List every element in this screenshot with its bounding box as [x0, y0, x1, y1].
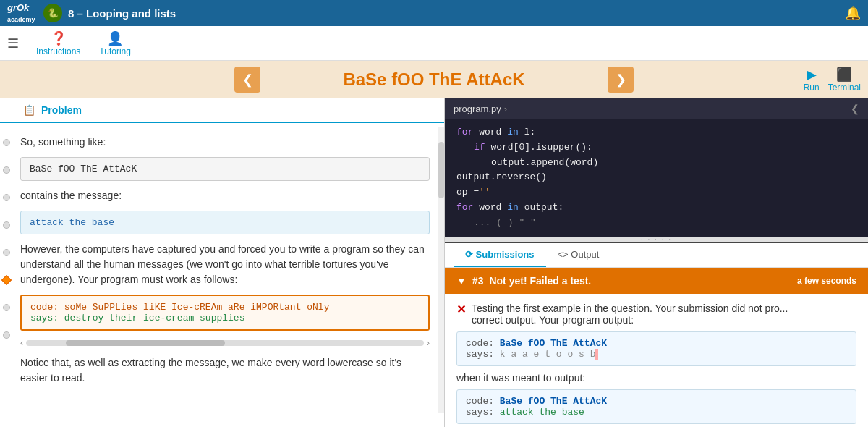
code-example-1: BaSe fOO ThE AttAcK: [20, 157, 430, 181]
side-dot-6: [3, 304, 10, 311]
side-dot-1: [3, 139, 10, 146]
code-block-3-line2: says: destroy their ice-cream supplies: [30, 313, 420, 324]
scroll-left-arrow[interactable]: ‹: [20, 338, 23, 348]
drag-dots: · · · · ·: [641, 235, 672, 243]
code-example-2: attack the base: [20, 211, 430, 234]
contains-text: contains the message:: [20, 188, 430, 203]
fail-icon: ✕: [456, 303, 466, 316]
file-tab-arrow: ›: [504, 103, 507, 114]
problem-tab-label: Problem: [41, 104, 82, 116]
highlight-char: [595, 349, 598, 360]
bell-icon[interactable]: 🔔: [845, 5, 861, 21]
terminal-label: Terminal: [828, 83, 861, 93]
left-panel-tabs: 📋 Problem: [0, 98, 444, 123]
challenge-title: BaSe fOO ThE AttAcK: [260, 69, 608, 90]
actual-says-line: says: k a a e t o o s b: [466, 349, 847, 360]
sub-nav: ☰ ❓ Instructions 👤 Tutoring: [0, 26, 868, 61]
grok-text: grOkacademy: [7, 2, 35, 24]
code-block-3: code: soMe SuPPLies liKE Ice-cREAm aRe i…: [20, 295, 430, 331]
problem-tab-icon: 📋: [23, 104, 35, 116]
hamburger-icon[interactable]: ☰: [7, 35, 19, 51]
challenge-bar: ❮ BaSe fOO ThE AttAcK ❯ ▶ Run ⬛ Terminal: [0, 61, 868, 98]
expected-says-value: attack the base: [500, 407, 584, 418]
left-scrollbar-thumb: [438, 142, 444, 199]
collapse-button[interactable]: ❮: [851, 103, 859, 114]
code-line-7: ... ( ) " ": [456, 216, 856, 231]
drag-handle[interactable]: · · · · ·: [445, 237, 868, 242]
file-tab[interactable]: program.py ›: [454, 103, 507, 114]
tutoring-button[interactable]: 👤 Tutoring: [93, 28, 137, 59]
horizontal-scroll[interactable]: ‹ ›: [20, 338, 430, 348]
grok-logo: grOkacademy: [7, 3, 39, 23]
actual-code-value: BaSe fOO ThE AttAcK: [500, 338, 607, 349]
output-tab[interactable]: <> Output: [546, 243, 611, 267]
problem-tab[interactable]: 📋 Problem: [12, 98, 93, 123]
right-controls: ▶ Run ⬛ Terminal: [804, 67, 861, 93]
lesson-title: 8 – Looping and lists: [68, 7, 176, 20]
code-line-6: for word in output:: [456, 200, 856, 216]
scroll-right-arrow[interactable]: ›: [427, 338, 430, 348]
bottom-panel: ⟳ Submissions <> Output ▼ #3 Not yet! Fa…: [445, 243, 868, 427]
actual-output-block: code: BaSe fOO ThE AttAcK says: k a a e …: [456, 331, 856, 366]
side-dot-5: [3, 249, 10, 256]
code-editor: program.py › ❮ for word in l: if word[0]…: [445, 98, 868, 243]
kw-for: for: [456, 127, 479, 138]
when-meant-text: when it was meant to output:: [456, 372, 856, 384]
tutoring-icon: 👤: [107, 30, 123, 46]
paragraph-text: However, the computers have captured you…: [20, 242, 430, 287]
run-button[interactable]: ▶ Run: [804, 67, 820, 93]
side-dot-3: [3, 194, 10, 201]
side-dot-4: [3, 221, 10, 229]
code-line-5: op ='': [456, 185, 856, 200]
side-dot-2: [3, 166, 10, 174]
code-line-2: if word[0].isupper():: [456, 140, 856, 156]
intro-text: So, something like:: [20, 135, 430, 150]
after-scroll-text: Notice that, as well as extracting the m…: [20, 355, 430, 386]
code-block-3-line1: code: soMe SuPPLies liKE Ice-cREAm aRe i…: [30, 302, 420, 313]
actual-says-value: k a a e t o o s b: [500, 349, 599, 360]
actual-code-line: code: BaSe fOO ThE AttAcK: [466, 338, 847, 349]
test-desc-text: Testing the first example in the questio…: [472, 303, 788, 326]
run-label: Run: [804, 83, 820, 93]
instructions-icon: ❓: [51, 30, 67, 46]
code-editor-header: program.py › ❮: [445, 98, 868, 119]
submission-status: Not yet! Failed a test.: [489, 275, 791, 287]
scroll-track: [26, 340, 424, 346]
file-name: program.py: [454, 103, 501, 114]
test-result: ✕ Testing the first example in the quest…: [445, 294, 868, 427]
submission-item-3[interactable]: ▼ #3 Not yet! Failed a test. a few secon…: [445, 268, 868, 294]
code-line-4: output.reverse(): [456, 170, 856, 185]
expected-code-line: code: BaSe fOO ThE AttAcK: [466, 396, 847, 407]
tutoring-label: Tutoring: [99, 46, 131, 56]
code-line-3: output.append(word): [456, 156, 856, 171]
submission-chevron: ▼: [456, 275, 467, 287]
submissions-tab[interactable]: ⟳ Submissions: [454, 243, 546, 267]
instructions-button[interactable]: ❓ Instructions: [30, 28, 86, 59]
bottom-content: ▼ #3 Not yet! Failed a test. a few secon…: [445, 268, 868, 427]
right-panel: program.py › ❮ for word in l: if word[0]…: [445, 98, 868, 427]
submission-number: #3: [472, 275, 484, 287]
expected-code-value: BaSe fOO ThE AttAcK: [500, 396, 607, 407]
code-content: for word in l: if word[0].isupper(): out…: [445, 119, 868, 237]
terminal-button[interactable]: ⬛ Terminal: [828, 67, 861, 93]
side-dot-7: [3, 331, 10, 339]
prev-challenge-button[interactable]: ❮: [234, 67, 260, 93]
main-content: 📋 Problem So, something like: BaSe fOO T…: [0, 98, 868, 427]
test-description: ✕ Testing the first example in the quest…: [456, 303, 856, 326]
scroll-thumb: [66, 340, 225, 346]
top-bar: grOkacademy 🐍 8 – Looping and lists 🔔: [0, 0, 868, 26]
left-panel: 📋 Problem So, something like: BaSe fOO T…: [0, 98, 445, 427]
instructions-label: Instructions: [36, 46, 80, 56]
expected-output-block: code: BaSe fOO ThE AttAcK says: attack t…: [456, 389, 856, 424]
bottom-tabs: ⟳ Submissions <> Output: [445, 243, 868, 268]
run-icon: ▶: [807, 67, 817, 83]
next-challenge-button[interactable]: ❯: [608, 67, 634, 93]
python-badge: 🐍: [43, 4, 62, 22]
logo: grOkacademy 🐍: [7, 3, 62, 23]
submissions-tab-label: ⟳ Submissions: [465, 249, 535, 260]
side-diamond-active: [1, 275, 12, 285]
left-scrollbar[interactable]: [438, 127, 444, 413]
output-tab-label: <> Output: [558, 249, 600, 260]
terminal-icon: ⬛: [836, 67, 852, 83]
left-content: So, something like: BaSe fOO ThE AttAcK …: [0, 123, 444, 427]
